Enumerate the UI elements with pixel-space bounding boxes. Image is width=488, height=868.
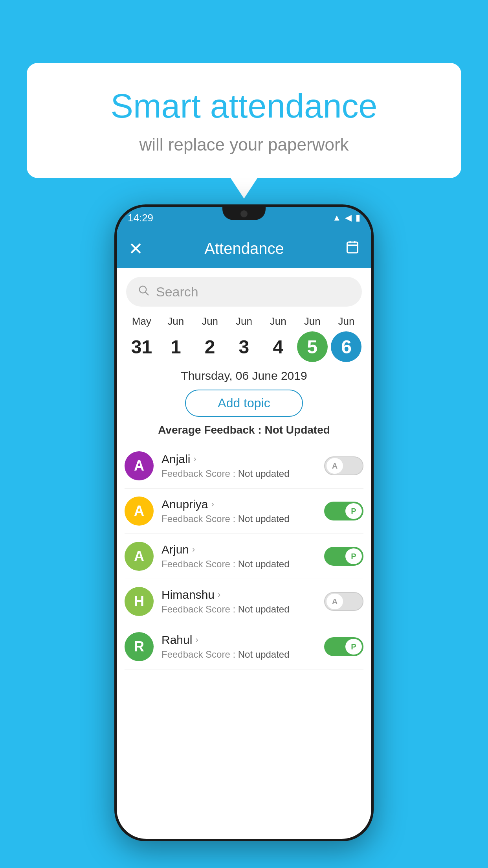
calendar-item[interactable]: Jun6 bbox=[331, 315, 361, 362]
student-item[interactable]: RRahul ›Feedback Score : Not updatedP bbox=[125, 624, 363, 669]
avatar: A bbox=[125, 497, 154, 526]
student-name: Arjun › bbox=[161, 543, 316, 556]
camera bbox=[240, 210, 248, 217]
avg-feedback-label: Average Feedback : bbox=[158, 424, 264, 436]
toggle-knob: P bbox=[345, 548, 362, 564]
chevron-icon: › bbox=[218, 590, 220, 600]
date-display: Thursday, 06 June 2019 bbox=[117, 369, 371, 383]
cal-month: Jun bbox=[167, 315, 184, 327]
calendar-item[interactable]: May31 bbox=[126, 315, 157, 362]
attendance-toggle[interactable]: P bbox=[324, 502, 363, 520]
student-item[interactable]: HHimanshu ›Feedback Score : Not updatedA bbox=[125, 579, 363, 624]
cal-month: Jun bbox=[202, 315, 218, 327]
feedback-score: Feedback Score : Not updated bbox=[161, 649, 316, 660]
app-header: ✕ Attendance bbox=[117, 229, 371, 268]
student-info: Rahul ›Feedback Score : Not updated bbox=[161, 633, 316, 660]
toggle-knob: P bbox=[345, 639, 362, 655]
feedback-score: Feedback Score : Not updated bbox=[161, 513, 316, 524]
cal-day[interactable]: 2 bbox=[194, 331, 225, 362]
add-topic-button[interactable]: Add topic bbox=[185, 390, 303, 417]
student-item[interactable]: AAnupriya ›Feedback Score : Not updatedP bbox=[125, 489, 363, 534]
student-name: Anjali › bbox=[161, 452, 316, 466]
speech-bubble-container: Smart attendance will replace your paper… bbox=[27, 63, 461, 178]
cal-month: Jun bbox=[304, 315, 321, 327]
speech-bubble-title: Smart attendance bbox=[50, 86, 438, 125]
signal-icon: ◀ bbox=[345, 213, 352, 223]
app-content: ✕ Attendance bbox=[117, 229, 371, 839]
wifi-icon: ▲ bbox=[332, 213, 341, 223]
toggle-knob: A bbox=[327, 594, 343, 609]
student-info: Himanshu ›Feedback Score : Not updated bbox=[161, 588, 316, 615]
student-list: AAnjali ›Feedback Score : Not updatedAAA… bbox=[117, 443, 371, 669]
search-bar[interactable]: Search bbox=[126, 277, 362, 307]
chevron-icon: › bbox=[195, 635, 198, 645]
attendance-toggle[interactable]: P bbox=[324, 637, 363, 656]
student-name: Rahul › bbox=[161, 633, 316, 647]
calendar-item[interactable]: Jun3 bbox=[229, 315, 259, 362]
avatar: H bbox=[125, 587, 154, 616]
cal-day[interactable]: 1 bbox=[160, 331, 191, 362]
avg-feedback-value: Not Updated bbox=[264, 424, 330, 436]
attendance-toggle[interactable]: A bbox=[324, 456, 363, 475]
avatar: A bbox=[125, 451, 154, 480]
phone-inner: 14:29 ▲ ◀ ▮ ✕ Attendance bbox=[117, 207, 371, 839]
attendance-toggle[interactable]: P bbox=[324, 547, 363, 566]
status-time: 14:29 bbox=[128, 212, 153, 224]
cal-day[interactable]: 3 bbox=[229, 331, 259, 362]
cal-month: May bbox=[132, 315, 151, 327]
svg-rect-0 bbox=[347, 242, 358, 253]
feedback-score: Feedback Score : Not updated bbox=[161, 604, 316, 615]
student-info: Anupriya ›Feedback Score : Not updated bbox=[161, 498, 316, 524]
toggle-knob: P bbox=[345, 503, 362, 519]
svg-line-5 bbox=[145, 292, 148, 295]
chevron-icon: › bbox=[192, 544, 195, 555]
search-icon bbox=[138, 284, 150, 300]
feedback-score: Feedback Score : Not updated bbox=[161, 468, 316, 479]
calendar-row: May31Jun1Jun2Jun3Jun4Jun5Jun6 bbox=[117, 315, 371, 362]
student-info: Anjali ›Feedback Score : Not updated bbox=[161, 452, 316, 479]
search-input[interactable]: Search bbox=[156, 284, 198, 300]
student-info: Arjun ›Feedback Score : Not updated bbox=[161, 543, 316, 570]
cal-month: Jun bbox=[338, 315, 355, 327]
student-name: Himanshu › bbox=[161, 588, 316, 601]
cal-day[interactable]: 31 bbox=[126, 331, 157, 362]
speech-bubble-subtitle: will replace your paperwork bbox=[50, 135, 438, 154]
phone-frame: 14:29 ▲ ◀ ▮ ✕ Attendance bbox=[114, 204, 374, 841]
avatar: A bbox=[125, 542, 154, 571]
cal-day[interactable]: 6 bbox=[331, 331, 361, 362]
calendar-item[interactable]: Jun4 bbox=[263, 315, 294, 362]
cal-day[interactable]: 4 bbox=[263, 331, 294, 362]
feedback-score: Feedback Score : Not updated bbox=[161, 559, 316, 570]
student-name: Anupriya › bbox=[161, 498, 316, 511]
student-item[interactable]: AArjun ›Feedback Score : Not updatedP bbox=[125, 534, 363, 579]
header-title: Attendance bbox=[143, 240, 345, 257]
avatar: R bbox=[125, 632, 154, 661]
calendar-item[interactable]: Jun2 bbox=[194, 315, 225, 362]
chevron-icon: › bbox=[193, 454, 196, 464]
student-item[interactable]: AAnjali ›Feedback Score : Not updatedA bbox=[125, 443, 363, 489]
cal-month: Jun bbox=[236, 315, 252, 327]
chevron-icon: › bbox=[211, 499, 214, 509]
notch bbox=[222, 207, 266, 220]
calendar-item[interactable]: Jun5 bbox=[297, 315, 328, 362]
calendar-item[interactable]: Jun1 bbox=[160, 315, 191, 362]
toggle-knob: A bbox=[327, 458, 343, 474]
attendance-toggle[interactable]: A bbox=[324, 592, 363, 611]
cal-day[interactable]: 5 bbox=[297, 331, 328, 362]
close-button[interactable]: ✕ bbox=[128, 239, 143, 259]
avg-feedback: Average Feedback : Not Updated bbox=[117, 424, 371, 436]
cal-month: Jun bbox=[270, 315, 286, 327]
status-icons: ▲ ◀ ▮ bbox=[332, 213, 360, 223]
calendar-icon[interactable] bbox=[345, 240, 360, 257]
battery-icon: ▮ bbox=[356, 213, 360, 223]
speech-bubble: Smart attendance will replace your paper… bbox=[27, 63, 461, 178]
